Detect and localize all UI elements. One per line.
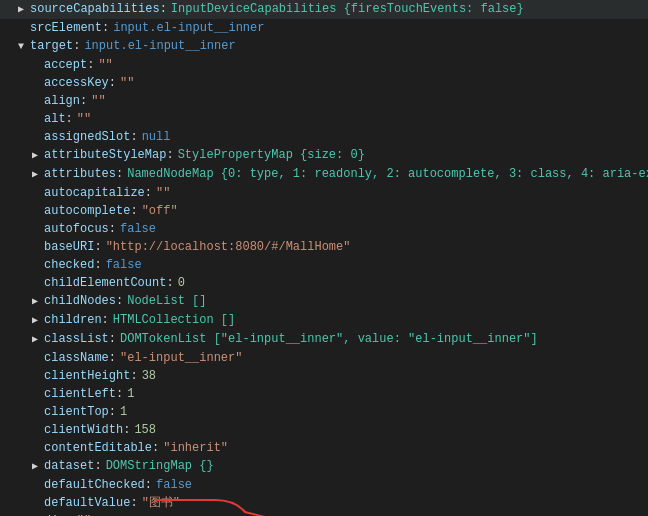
property-value: false	[106, 257, 142, 273]
property-key: childNodes	[44, 293, 116, 309]
colon-separator: :	[109, 404, 116, 420]
colon-separator: :	[102, 20, 109, 36]
property-value: ""	[98, 57, 112, 73]
property-line-18: children: HTMLCollection []	[0, 311, 648, 330]
property-line-8: assignedSlot: null	[0, 128, 648, 146]
property-key: alt	[44, 111, 66, 127]
property-value: ""	[77, 111, 91, 127]
property-line-15: checked: false	[0, 256, 648, 274]
property-value: NodeList []	[127, 293, 206, 309]
expand-triangle[interactable]	[32, 332, 44, 348]
colon-separator: :	[152, 440, 159, 456]
expand-triangle[interactable]	[32, 148, 44, 164]
expand-triangle[interactable]	[32, 294, 44, 310]
property-key: defaultValue	[44, 495, 130, 511]
colon-separator: :	[160, 1, 167, 17]
property-key: autocomplete	[44, 203, 130, 219]
property-value: "http://localhost:8080/#/MallHome"	[106, 239, 351, 255]
property-key: accept	[44, 57, 87, 73]
property-value: HTMLCollection []	[113, 312, 235, 328]
property-value: input.el-input__inner	[113, 20, 264, 36]
colon-separator: :	[166, 147, 173, 163]
property-key: target	[30, 38, 73, 54]
colon-separator: :	[102, 312, 109, 328]
property-line-11: autocapitalize: ""	[0, 184, 648, 202]
property-key: clientLeft	[44, 386, 116, 402]
property-value: ""	[91, 93, 105, 109]
property-key: className	[44, 350, 109, 366]
property-line-7: alt: ""	[0, 110, 648, 128]
property-key: defaultChecked	[44, 477, 145, 493]
property-value: StylePropertyMap {size: 0}	[178, 147, 365, 163]
property-line-26: dataset: DOMStringMap {}	[0, 457, 648, 476]
property-value: InputDeviceCapabilities {firesTouchEvent…	[171, 1, 524, 17]
property-line-28: defaultValue: "图书"	[0, 494, 648, 512]
expand-triangle[interactable]	[18, 2, 30, 18]
property-key: clientTop	[44, 404, 109, 420]
property-line-4: accept: ""	[0, 56, 648, 74]
property-value: "off"	[142, 203, 178, 219]
colon-separator: :	[87, 57, 94, 73]
property-line-29: dir: ""	[0, 512, 648, 516]
property-line-13: autofocus: false	[0, 220, 648, 238]
property-line-20: className: "el-input__inner"	[0, 349, 648, 367]
property-line-25: contentEditable: "inherit"	[0, 439, 648, 457]
property-key: contentEditable	[44, 440, 152, 456]
property-key: autocapitalize	[44, 185, 145, 201]
colon-separator: :	[94, 239, 101, 255]
property-value: 0	[178, 275, 185, 291]
devtools-panel: sourceCapabilities: InputDeviceCapabilit…	[0, 0, 648, 516]
property-value: DOMStringMap {}	[106, 458, 214, 474]
property-value: DOMTokenList ["el-input__inner", value: …	[120, 331, 538, 347]
property-line-19: classList: DOMTokenList ["el-input__inne…	[0, 330, 648, 349]
property-value: input.el-input__inner	[84, 38, 235, 54]
property-key: clientHeight	[44, 368, 130, 384]
property-value: false	[156, 477, 192, 493]
expand-triangle[interactable]	[32, 459, 44, 475]
colon-separator: :	[80, 93, 87, 109]
expand-triangle[interactable]	[32, 167, 44, 183]
expand-triangle[interactable]	[18, 39, 30, 55]
colon-separator: :	[130, 495, 137, 511]
colon-separator: :	[166, 275, 173, 291]
colon-separator: :	[109, 331, 116, 347]
property-key: baseURI	[44, 239, 94, 255]
colon-separator: :	[116, 293, 123, 309]
property-value: ""	[120, 75, 134, 91]
colon-separator: :	[130, 368, 137, 384]
property-value: "图书"	[142, 495, 180, 511]
property-key: children	[44, 312, 102, 328]
property-key: attributes	[44, 166, 116, 182]
property-line-5: accessKey: ""	[0, 74, 648, 92]
property-key: srcElement	[30, 20, 102, 36]
property-line-23: clientTop: 1	[0, 403, 648, 421]
property-line-10: attributes: NamedNodeMap {0: type, 1: re…	[0, 165, 648, 184]
colon-separator: :	[109, 75, 116, 91]
property-value: 38	[142, 368, 156, 384]
property-line-1: sourceCapabilities: InputDeviceCapabilit…	[0, 0, 648, 19]
property-line-24: clientWidth: 158	[0, 421, 648, 439]
property-value: false	[120, 221, 156, 237]
property-line-16: childElementCount: 0	[0, 274, 648, 292]
colon-separator: :	[94, 458, 101, 474]
property-line-9: attributeStyleMap: StylePropertyMap {siz…	[0, 146, 648, 165]
property-value: 1	[127, 386, 134, 402]
property-line-6: align: ""	[0, 92, 648, 110]
property-value: "inherit"	[163, 440, 228, 456]
expand-triangle[interactable]	[32, 313, 44, 329]
colon-separator: :	[109, 350, 116, 366]
property-line-3: target: input.el-input__inner	[0, 37, 648, 56]
colon-separator: :	[116, 166, 123, 182]
colon-separator: :	[145, 477, 152, 493]
property-key: assignedSlot	[44, 129, 130, 145]
property-value: 158	[134, 422, 156, 438]
property-value: null	[142, 129, 171, 145]
property-value: NamedNodeMap {0: type, 1: readonly, 2: a…	[127, 166, 648, 182]
colon-separator: :	[66, 111, 73, 127]
property-key: dataset	[44, 458, 94, 474]
property-key: checked	[44, 257, 94, 273]
colon-separator: :	[94, 257, 101, 273]
colon-separator: :	[145, 185, 152, 201]
property-key: align	[44, 93, 80, 109]
property-key: sourceCapabilities	[30, 1, 160, 17]
